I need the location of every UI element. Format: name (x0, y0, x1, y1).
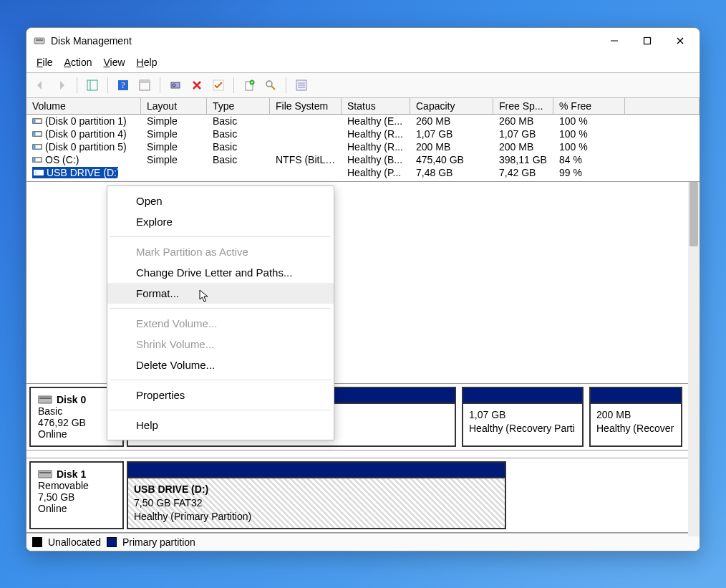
column-status[interactable]: Status (342, 98, 410, 114)
cell-status: Healthy (P... (342, 166, 410, 181)
menu-item-delete-volume[interactable]: Delete Volume... (107, 355, 334, 375)
menu-item-open[interactable]: Open (107, 191, 334, 211)
context-menu[interactable]: OpenExploreMark Partition as ActiveChang… (107, 185, 334, 440)
svg-rect-38 (38, 396, 52, 403)
window-title: Disk Management (51, 35, 598, 47)
cell-type: Basic (207, 127, 270, 140)
column-pct[interactable]: % Free (553, 98, 625, 114)
column-layout[interactable]: Layout (141, 98, 207, 114)
cell-volume: (Disk 0 partition 1) (26, 115, 141, 127)
grid-header[interactable]: VolumeLayoutTypeFile SystemStatusCapacit… (26, 98, 700, 115)
svg-rect-41 (39, 472, 51, 473)
column-volume[interactable]: Volume (26, 98, 141, 114)
menu-item-change-drive-letter-and-paths[interactable]: Change Drive Letter and Paths... (107, 262, 334, 283)
grid-body[interactable]: (Disk 0 partition 1)SimpleBasicHealthy (… (26, 115, 700, 181)
cell-fs (270, 115, 342, 127)
cell-free: 200 MB (493, 140, 553, 153)
find-icon[interactable] (261, 76, 280, 95)
cell-free: 1,07 GB (493, 127, 553, 140)
legend-primary-swatch (107, 537, 117, 547)
cell-status: Healthy (E... (342, 115, 410, 127)
cell-volume: (Disk 0 partition 5) (26, 140, 141, 153)
cell-type: Basic (207, 115, 270, 127)
cell-fs (270, 127, 342, 140)
legend-unallocated-swatch (32, 537, 42, 547)
minimize-button[interactable] (598, 29, 631, 52)
menu-view[interactable]: View (100, 55, 130, 69)
cell-fs (270, 166, 342, 181)
menu-item-format[interactable]: Format... (107, 283, 334, 304)
menu-item-explore[interactable]: Explore (107, 211, 334, 232)
titlebar[interactable]: Disk Management (26, 28, 700, 54)
refresh-icon[interactable] (166, 76, 185, 95)
menu-item-properties[interactable]: Properties (107, 385, 334, 405)
partition[interactable]: 1,07 GBHealthy (Recovery Parti (462, 387, 584, 447)
close-button[interactable] (664, 29, 697, 52)
cell-layout (141, 166, 207, 181)
table-row[interactable]: USB DRIVE (D:)Healthy (P...7,48 GB7,42 G… (26, 166, 700, 181)
show-tree-icon[interactable] (83, 76, 102, 95)
cell-layout: Simple (141, 153, 207, 166)
forward-arrow-icon[interactable] (52, 76, 71, 95)
cell-status: Healthy (B... (342, 153, 410, 166)
partition[interactable]: USB DRIVE (D:)7,50 GB FAT32Healthy (Prim… (127, 461, 506, 529)
svg-rect-39 (39, 397, 51, 399)
cell-volume: OS (C:) (26, 153, 141, 166)
legend-primary-label: Primary partition (122, 536, 195, 548)
back-arrow-icon[interactable] (31, 76, 49, 95)
column-fs[interactable]: File System (270, 98, 342, 114)
table-row[interactable]: OS (C:)SimpleBasicNTFS (BitLo...Healthy … (26, 153, 700, 166)
svg-rect-1 (36, 39, 43, 41)
svg-text:?: ? (121, 80, 125, 90)
cell-layout: Simple (141, 140, 207, 153)
delete-icon[interactable] (188, 76, 206, 95)
menu-file[interactable]: File (32, 55, 57, 69)
scrollbar[interactable] (688, 182, 700, 536)
disk-header[interactable]: Disk 1Removable7,50 GBOnline (29, 461, 124, 529)
cell-pct: 100 % (553, 140, 625, 153)
svg-rect-3 (644, 38, 651, 44)
cell-type (207, 166, 270, 181)
cell-capacity: 1,07 GB (410, 127, 493, 140)
help-icon[interactable]: ? (114, 76, 132, 95)
menu-item-help[interactable]: Help (107, 415, 334, 435)
column-type[interactable]: Type (207, 98, 270, 114)
menu-action[interactable]: Action (60, 55, 97, 69)
table-row[interactable]: (Disk 0 partition 5)SimpleBasicHealthy (… (26, 140, 700, 153)
cell-free: 260 MB (493, 115, 553, 127)
cell-status: Healthy (R... (342, 140, 410, 153)
column-free[interactable]: Free Sp... (493, 98, 553, 114)
cell-capacity: 475,40 GB (410, 153, 493, 166)
checkmark-icon[interactable] (209, 76, 228, 95)
cell-status: Healthy (R... (342, 127, 410, 140)
menu-help[interactable]: Help (132, 55, 162, 69)
menu-item-shrink-volume: Shrink Volume... (107, 334, 334, 355)
properties-icon[interactable] (135, 76, 154, 95)
svg-rect-31 (34, 145, 36, 149)
partition[interactable]: 200 MBHealthy (Recover (589, 387, 682, 447)
table-row[interactable]: (Disk 0 partition 1)SimpleBasicHealthy (… (26, 115, 700, 127)
svg-line-18 (271, 86, 275, 90)
cell-type: Basic (207, 140, 270, 153)
cell-layout: Simple (141, 127, 207, 140)
cell-free: 398,11 GB (493, 153, 553, 166)
maximize-button[interactable] (631, 29, 664, 52)
list-icon[interactable] (292, 76, 311, 95)
legend-unallocated-label: Unallocated (48, 536, 101, 548)
toolbar[interactable]: ? (26, 73, 700, 98)
svg-rect-34 (34, 158, 36, 162)
disk-management-window[interactable]: Disk Management FileActionViewHelp ? Vol… (26, 27, 700, 551)
new-icon[interactable] (240, 76, 258, 95)
svg-rect-40 (38, 471, 52, 478)
svg-rect-28 (34, 132, 36, 136)
disk-row[interactable]: Disk 1Removable7,50 GBOnlineUSB DRIVE (D… (26, 458, 700, 533)
menubar[interactable]: FileActionViewHelp (26, 54, 700, 73)
column-capacity[interactable]: Capacity (410, 98, 493, 114)
cell-volume: USB DRIVE (D:) (26, 166, 141, 181)
scrollbar-thumb[interactable] (689, 182, 698, 246)
cell-free: 7,42 GB (493, 166, 553, 181)
menu-item-mark-partition-as-active: Mark Partition as Active (107, 241, 334, 262)
table-row[interactable]: (Disk 0 partition 4)SimpleBasicHealthy (… (26, 127, 700, 140)
volume-grid[interactable]: VolumeLayoutTypeFile SystemStatusCapacit… (26, 98, 700, 182)
cell-type: Basic (207, 153, 270, 166)
